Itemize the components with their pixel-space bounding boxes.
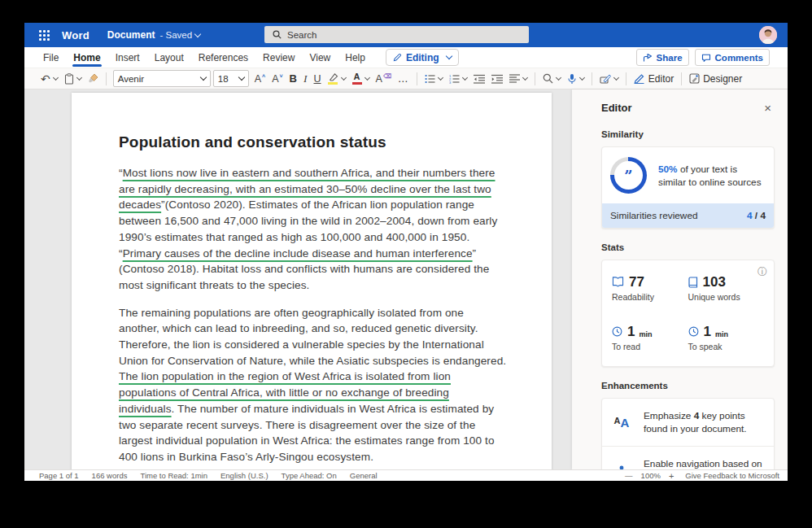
paste-button[interactable] (62, 70, 84, 87)
similarity-progress-ring: ” (610, 157, 647, 194)
similarities-reviewed-count: 4 / 4 (747, 210, 766, 221)
zoom-out-button[interactable]: — (625, 471, 633, 480)
save-status[interactable]: - Saved (159, 30, 200, 40)
zoom-in-button[interactable]: + (669, 471, 674, 481)
title-bar: Word Document - Saved Search (24, 23, 788, 47)
chevron-down-icon (613, 74, 619, 80)
app-launcher-icon[interactable] (39, 30, 50, 41)
chevron-down-icon (556, 74, 561, 80)
designer-icon (689, 73, 700, 84)
tab-layout[interactable]: Layout (147, 47, 191, 68)
info-icon[interactable]: ⓘ (757, 265, 767, 279)
app-name: Word (62, 29, 89, 41)
editing-mode-button[interactable]: Editing (386, 49, 459, 66)
type-ahead[interactable]: Type Ahead: On (282, 471, 337, 480)
dictate-button[interactable] (565, 70, 587, 87)
align-icon (509, 74, 520, 83)
editing-mode-label: Editing (406, 52, 439, 63)
time-to-read[interactable]: Time to Read: 1min (140, 471, 207, 480)
avatar[interactable] (759, 26, 777, 44)
format-painter-button[interactable] (85, 70, 101, 87)
word-count[interactable]: 166 words (92, 471, 128, 480)
bullets-button[interactable] (422, 70, 445, 87)
zoom-level[interactable]: 100% (641, 471, 661, 480)
page-count[interactable]: Page 1 of 1 (39, 471, 79, 480)
search-placeholder: Search (287, 30, 317, 40)
ink-editor-button[interactable] (597, 70, 621, 87)
document-view-mode[interactable]: General (350, 471, 378, 480)
document-heading: Population and conservation status (119, 133, 507, 151)
numbered-list-icon: 123 (449, 74, 460, 84)
editor-pane: Editor × Similarity ” 50% of your text i… (572, 89, 788, 469)
clock-icon (688, 326, 699, 337)
close-icon[interactable]: × (761, 100, 775, 116)
tab-home[interactable]: Home (66, 47, 107, 68)
editor-pane-title: Editor (601, 102, 632, 114)
tab-view[interactable]: View (302, 47, 338, 68)
enable-navigation-row[interactable]: Enable navigation based on 3 detected he… (602, 446, 774, 469)
chevron-down-icon (199, 74, 206, 81)
stat-unique-words: 103 Unique words (688, 275, 765, 302)
similarities-reviewed-label: Similarities reviewed (610, 210, 698, 221)
similarity-flagged-text[interactable]: Primary causes of the decline include di… (123, 247, 473, 260)
grow-font-button[interactable]: A˄ (252, 70, 268, 87)
find-button[interactable] (540, 70, 563, 87)
document-page[interactable]: Population and conservation status “Most… (72, 93, 552, 469)
clear-formatting-button[interactable]: A⌫ (373, 70, 394, 87)
tab-review[interactable]: Review (255, 47, 302, 68)
designer-button[interactable]: Designer (687, 70, 744, 87)
document-title[interactable]: Document (107, 29, 155, 41)
stats-card: ⓘ 77 Readability 103 Unique words (601, 260, 775, 367)
search-icon (543, 73, 553, 84)
font-color-button[interactable]: A (350, 70, 372, 87)
emphasize-key-points-row[interactable]: AA Emphasize 4 key points found in your … (602, 399, 774, 446)
tab-help[interactable]: Help (338, 47, 373, 68)
comments-button[interactable]: Comments (695, 49, 770, 66)
chevron-down-icon (522, 74, 528, 80)
undo-button[interactable]: ↶ (38, 70, 60, 87)
highlighter-icon (328, 73, 338, 85)
formatting-toolbar: ↶ Avenir 18 A˄ A˅ B I U A A⌫ … (24, 68, 788, 89)
stat-readability: 77 Readability (612, 275, 688, 302)
ink-pen-icon (600, 73, 611, 84)
highlight-button[interactable] (325, 70, 348, 87)
chevron-down-icon (445, 53, 452, 59)
tab-insert[interactable]: Insert (108, 47, 147, 68)
shrink-font-button[interactable]: A˅ (269, 70, 285, 87)
microphone-icon (567, 73, 577, 85)
font-size-select[interactable]: 18 (213, 70, 249, 87)
italic-button[interactable]: I (301, 70, 310, 87)
tab-references[interactable]: References (191, 47, 255, 68)
bulleted-list-icon (425, 74, 435, 84)
tab-file[interactable]: File (36, 47, 66, 68)
font-name-select[interactable]: Avenir (113, 70, 211, 87)
comments-label: Comments (715, 53, 763, 63)
feedback-link[interactable]: Give Feedback to Microsoft (685, 471, 779, 480)
similarity-percent: 50% (658, 164, 678, 175)
similarities-reviewed-row[interactable]: Similarities reviewed 4 / 4 (602, 203, 774, 228)
search-input[interactable]: Search (264, 26, 529, 43)
outdent-icon (474, 74, 485, 84)
share-button[interactable]: Share (636, 49, 689, 66)
chevron-down-icon (364, 74, 369, 80)
document-canvas: Population and conservation status “Most… (24, 89, 572, 469)
paragraph-1: “Most lions now live in eastern and sout… (119, 165, 507, 294)
numbering-button[interactable]: 123 (447, 70, 469, 87)
chevron-down-icon (462, 74, 468, 80)
decrease-indent-button[interactable] (471, 70, 487, 87)
language[interactable]: English (U.S.) (220, 471, 268, 480)
status-bar: Page 1 of 1 166 words Time to Read: 1min… (24, 469, 788, 481)
underline-button[interactable]: U (312, 70, 324, 87)
similarity-section-label: Similarity (601, 129, 775, 139)
book-open-icon (612, 277, 624, 287)
chevron-down-icon (579, 74, 585, 80)
save-status-label: - Saved (159, 30, 192, 40)
bold-button[interactable]: B (287, 70, 299, 87)
chevron-down-icon (340, 74, 346, 80)
alignment-button[interactable] (507, 70, 530, 87)
increase-indent-button[interactable] (489, 70, 505, 87)
similarity-card: ” 50% of your text is similar to online … (601, 146, 775, 229)
emphasize-icon: AA (610, 416, 633, 430)
editor-button[interactable]: Editor (631, 70, 676, 87)
more-formatting-button[interactable]: … (395, 70, 412, 87)
